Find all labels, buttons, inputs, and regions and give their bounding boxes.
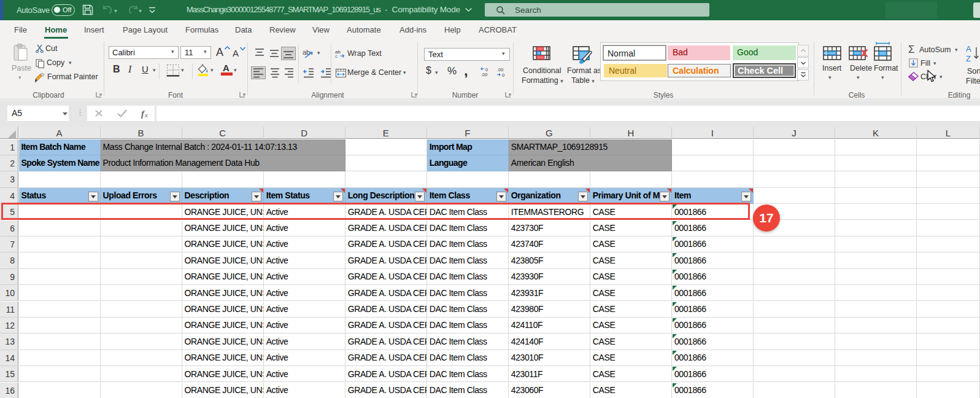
svg-text:0: 0: [502, 72, 504, 77]
svg-text:.00: .00: [481, 72, 487, 77]
svg-text:.00: .00: [497, 67, 503, 72]
svg-text:A: A: [966, 44, 971, 53]
svg-text:Z: Z: [966, 54, 971, 62]
svg-text:x: x: [144, 111, 148, 119]
svg-text:c: c: [335, 53, 338, 58]
